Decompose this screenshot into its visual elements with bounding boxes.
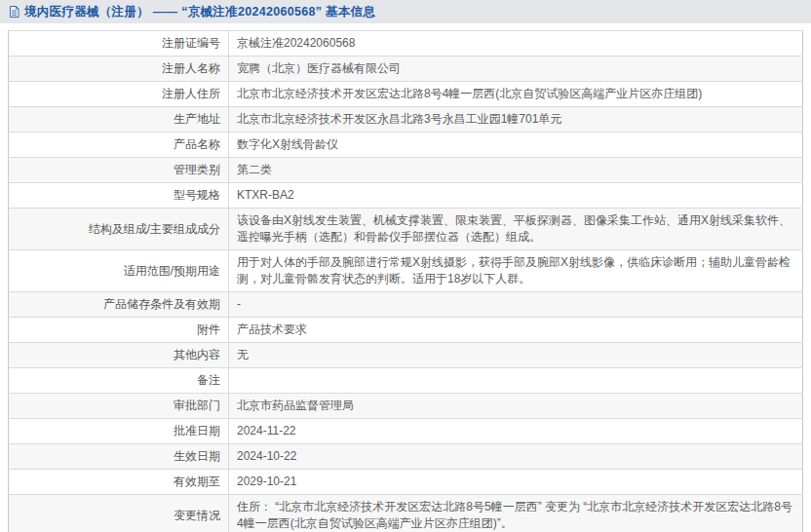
table-row: 注册证编号 京械注准20242060568 (9, 31, 803, 57)
row-label: 产品储存条件及有效期 (9, 292, 229, 318)
row-value: 2029-10-21 (229, 470, 803, 495)
row-value: 2024-11-22 (229, 419, 803, 444)
row-label: 生产地址 (9, 107, 229, 133)
row-label: 批准日期 (9, 419, 229, 444)
row-value: - (229, 292, 803, 318)
table-row: 变更情况 住所： “北京市北京经济技术开发区宏达北路8号5幢一层西” 变更为 “… (9, 495, 803, 532)
row-label: 注册人名称 (9, 57, 229, 82)
table-row: 生效日期 2024-10-22 (9, 444, 803, 470)
row-label: 结构及组成/主要组成成分 (9, 209, 229, 250)
row-label: 适用范围/预期用途 (9, 250, 229, 292)
row-value: 2024-10-22 (229, 444, 803, 470)
row-value: 北京市北京经济技术开发区宏达北路8号4幢一层西(北京自贸试验区高端产业片区亦庄组… (229, 82, 803, 107)
row-value: 北京市北京经济技术开发区永昌北路3号永昌工业园1幢701单元 (229, 107, 803, 133)
row-value: KTXR-BA2 (229, 183, 803, 209)
row-label: 生效日期 (9, 444, 229, 470)
table-row: 产品储存条件及有效期 - (9, 292, 803, 318)
table-row: 型号规格 KTXR-BA2 (9, 183, 803, 209)
table-row: 注册人名称 宽腾（北京）医疗器械有限公司 (9, 57, 803, 82)
table-row: 产品名称 数字化X射线骨龄仪 (9, 133, 803, 158)
document-icon (8, 5, 20, 19)
row-value: 第二类 (229, 158, 803, 183)
table-row: 批准日期 2024-11-22 (9, 419, 803, 444)
row-value: 北京市药品监督管理局 (229, 394, 803, 419)
table-row: 管理类别 第二类 (9, 158, 803, 183)
row-value: 用于对人体的手部及腕部进行常规X射线摄影，获得手部及腕部X射线影像，供临床诊断用… (229, 250, 803, 292)
row-value: 该设备由X射线发生装置、机械支撑装置、限束装置、平板探测器、图像采集工作站、通用… (229, 209, 803, 250)
row-value: 京械注准20242060568 (229, 31, 803, 57)
table-row: 有效期至 2029-10-21 (9, 470, 803, 495)
row-label: 变更情况 (9, 495, 229, 532)
row-label: 产品名称 (9, 133, 229, 158)
row-value: 产品技术要求 (229, 318, 803, 343)
row-label: 型号规格 (9, 183, 229, 209)
row-label: 附件 (9, 318, 229, 343)
row-label: 管理类别 (9, 158, 229, 183)
page-header: 境内医疗器械（注册） —— “京械注准20242060568” 基本信息 (0, 0, 811, 23)
table-row: 其他内容 无 (9, 343, 803, 368)
row-value (229, 368, 803, 394)
table-row: 审批部门 北京市药品监督管理局 (9, 394, 803, 419)
row-label: 注册证编号 (9, 31, 229, 57)
table-row: 附件 产品技术要求 (9, 318, 803, 343)
page-title: 境内医疗器械（注册） —— “京械注准20242060568” 基本信息 (24, 4, 375, 20)
row-label: 备注 (9, 368, 229, 394)
registration-info-table-wrap: 注册证编号 京械注准20242060568 注册人名称 宽腾（北京）医疗器械有限… (8, 30, 803, 532)
table-row: 适用范围/预期用途 用于对人体的手部及腕部进行常规X射线摄影，获得手部及腕部X射… (9, 250, 803, 292)
row-value: 数字化X射线骨龄仪 (229, 133, 803, 158)
row-value: 无 (229, 343, 803, 368)
table-row: 注册人住所 北京市北京经济技术开发区宏达北路8号4幢一层西(北京自贸试验区高端产… (9, 82, 803, 107)
row-value: 宽腾（北京）医疗器械有限公司 (229, 57, 803, 82)
row-value: 住所： “北京市北京经济技术开发区宏达北路8号5幢一层西” 变更为 “北京市北京… (229, 495, 803, 532)
table-row: 备注 (9, 368, 803, 394)
row-label: 注册人住所 (9, 82, 229, 107)
row-label: 有效期至 (9, 470, 229, 495)
table-row: 结构及组成/主要组成成分 该设备由X射线发生装置、机械支撑装置、限束装置、平板探… (9, 209, 803, 250)
registration-info-table: 注册证编号 京械注准20242060568 注册人名称 宽腾（北京）医疗器械有限… (8, 30, 803, 532)
row-label: 审批部门 (9, 394, 229, 419)
table-row: 生产地址 北京市北京经济技术开发区永昌北路3号永昌工业园1幢701单元 (9, 107, 803, 133)
row-label: 其他内容 (9, 343, 229, 368)
